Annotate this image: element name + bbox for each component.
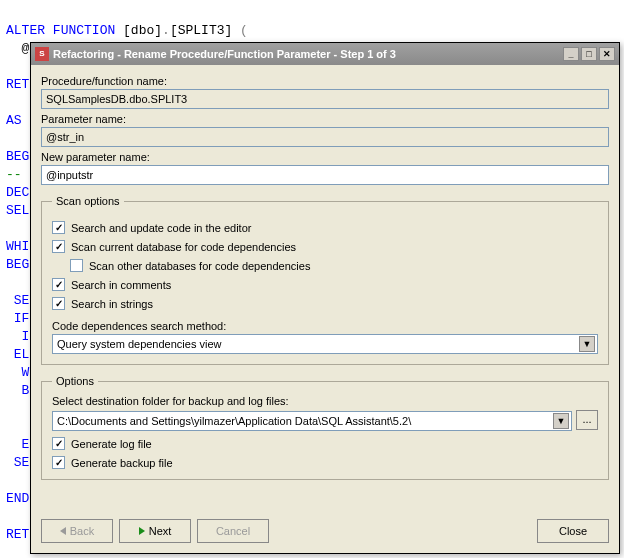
next-button[interactable]: Next	[119, 519, 191, 543]
chk-gen-log[interactable]	[52, 437, 65, 450]
chk-scan-current-db-label: Scan current database for code dependenc…	[71, 241, 296, 253]
dest-folder-label: Select destination folder for backup and…	[52, 395, 598, 407]
scan-options-legend: Scan options	[52, 195, 124, 207]
proc-name-label: Procedure/function name:	[41, 75, 609, 87]
options-group: Options Select destination folder for ba…	[41, 375, 609, 480]
dialog-title: Refactoring - Rename Procedure/Function …	[53, 48, 563, 60]
dest-folder-select[interactable]: C:\Documents and Settings\yilmazer\Appli…	[52, 411, 572, 431]
titlebar[interactable]: S Refactoring - Rename Procedure/Functio…	[31, 43, 619, 65]
maximize-button[interactable]: □	[581, 47, 597, 61]
chevron-down-icon: ▼	[553, 413, 569, 429]
arrow-right-icon	[139, 527, 145, 535]
app-icon: S	[35, 47, 49, 61]
search-method-label: Code dependences search method:	[52, 320, 598, 332]
refactoring-dialog: S Refactoring - Rename Procedure/Functio…	[30, 42, 620, 554]
new-param-label: New parameter name:	[41, 151, 609, 163]
chk-search-strings-label: Search in strings	[71, 298, 153, 310]
chk-scan-other-db[interactable]	[70, 259, 83, 272]
close-button[interactable]: Close	[537, 519, 609, 543]
wizard-buttons: Back Next Cancel Close	[41, 519, 609, 543]
chk-scan-current-db[interactable]	[52, 240, 65, 253]
options-legend: Options	[52, 375, 98, 387]
browse-button[interactable]: ...	[576, 410, 598, 430]
scan-options-group: Scan options Search and update code in t…	[41, 195, 609, 365]
minimize-button[interactable]: _	[563, 47, 579, 61]
chk-search-editor-label: Search and update code in the editor	[71, 222, 251, 234]
chk-search-comments-label: Search in comments	[71, 279, 171, 291]
chk-gen-backup-label: Generate backup file	[71, 457, 173, 469]
chk-gen-log-label: Generate log file	[71, 438, 152, 450]
chk-scan-other-db-label: Scan other databases for code dependenci…	[89, 260, 310, 272]
chk-search-comments[interactable]	[52, 278, 65, 291]
arrow-left-icon	[60, 527, 66, 535]
search-method-value: Query system dependencies view	[57, 338, 579, 350]
new-param-input[interactable]	[41, 165, 609, 185]
dest-folder-value: C:\Documents and Settings\yilmazer\Appli…	[57, 415, 553, 427]
cancel-button[interactable]: Cancel	[197, 519, 269, 543]
param-name-label: Parameter name:	[41, 113, 609, 125]
close-x-button[interactable]: ✕	[599, 47, 615, 61]
param-name-input[interactable]	[41, 127, 609, 147]
chk-gen-backup[interactable]	[52, 456, 65, 469]
chevron-down-icon: ▼	[579, 336, 595, 352]
search-method-select[interactable]: Query system dependencies view ▼	[52, 334, 598, 354]
back-button[interactable]: Back	[41, 519, 113, 543]
chk-search-strings[interactable]	[52, 297, 65, 310]
chk-search-editor[interactable]	[52, 221, 65, 234]
proc-name-input[interactable]	[41, 89, 609, 109]
